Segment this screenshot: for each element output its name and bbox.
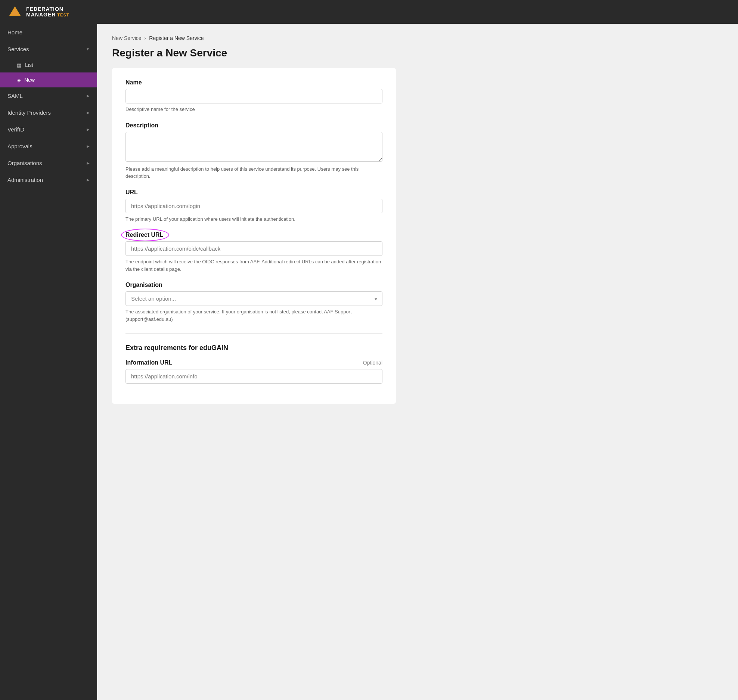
sidebar-item-verifid[interactable]: VerifID ▶: [0, 121, 97, 138]
main-layout: Home Services ▼ ▦ List ◈ New SAML ▶ Iden…: [0, 24, 738, 700]
services-label: Services: [7, 46, 29, 52]
main-content: New Service › Register a New Service Reg…: [97, 24, 738, 700]
info-url-label: Information URL: [125, 359, 172, 366]
logo-text: FEDERATION MANAGER TEST: [26, 6, 69, 18]
app-header: FEDERATION MANAGER TEST: [0, 0, 738, 24]
services-list-label: List: [25, 62, 33, 68]
redirect-url-label: Redirect URL: [125, 232, 163, 238]
organisations-chevron-icon: ▶: [87, 161, 90, 165]
services-chevron-icon: ▼: [86, 47, 90, 51]
logo-manager: MANAGER: [26, 12, 56, 18]
url-hint: The primary URL of your application wher…: [125, 216, 382, 223]
description-group: Description Please add a meaningful desc…: [125, 122, 382, 180]
breadcrumb-separator: ›: [145, 35, 146, 41]
new-icon: ◈: [17, 77, 21, 83]
sidebar-item-saml[interactable]: SAML ▶: [0, 87, 97, 104]
name-hint: Descriptive name for the service: [125, 106, 382, 113]
breadcrumb-parent: New Service: [112, 35, 142, 41]
logo: FEDERATION MANAGER TEST: [7, 4, 69, 19]
sidebar-item-home[interactable]: Home: [0, 24, 97, 41]
sidebar-item-administration[interactable]: Administration ▶: [0, 171, 97, 188]
description-label: Description: [125, 122, 382, 129]
info-url-group: Information URL Optional: [125, 359, 382, 384]
verifid-label: VerifID: [7, 126, 24, 133]
sidebar-sub-item-new[interactable]: ◈ New: [0, 72, 97, 87]
breadcrumb-current: Register a New Service: [149, 35, 204, 41]
sidebar-item-approvals[interactable]: Approvals ▶: [0, 138, 97, 155]
services-new-label: New: [24, 77, 35, 83]
organisation-hint: The associated organisation of your serv…: [125, 308, 382, 323]
sidebar-item-services[interactable]: Services ▼: [0, 41, 97, 58]
administration-chevron-icon: ▶: [87, 178, 90, 182]
form-divider: [125, 333, 382, 334]
redirect-url-group: Redirect URL The endpoint which will rec…: [125, 232, 382, 273]
list-icon: ▦: [17, 62, 21, 68]
identity-providers-chevron-icon: ▶: [87, 111, 90, 115]
url-label: URL: [125, 189, 382, 196]
name-label: Name: [125, 79, 382, 86]
url-input[interactable]: [125, 199, 382, 213]
url-group: URL The primary URL of your application …: [125, 189, 382, 223]
saml-chevron-icon: ▶: [87, 94, 90, 98]
info-url-input[interactable]: [125, 369, 382, 384]
breadcrumb: New Service › Register a New Service: [112, 35, 723, 41]
organisation-select-wrapper: Select an option... ▾: [125, 291, 382, 306]
sidebar-item-organisations[interactable]: Organisations ▶: [0, 155, 97, 171]
redirect-url-hint: The endpoint which will receive the OIDC…: [125, 258, 382, 273]
identity-providers-label: Identity Providers: [7, 109, 51, 116]
name-group: Name Descriptive name for the service: [125, 79, 382, 113]
home-label: Home: [7, 29, 22, 35]
info-url-optional: Optional: [363, 360, 382, 366]
verifid-chevron-icon: ▶: [87, 127, 90, 131]
approvals-label: Approvals: [7, 143, 32, 149]
page-title: Register a New Service: [112, 47, 723, 59]
redirect-url-input[interactable]: [125, 241, 382, 256]
register-form-card: Name Descriptive name for the service De…: [112, 68, 396, 404]
description-textarea[interactable]: [125, 132, 382, 162]
name-input[interactable]: [125, 89, 382, 103]
description-hint: Please add a meaningful description to h…: [125, 165, 382, 180]
saml-label: SAML: [7, 93, 23, 99]
organisation-group: Organisation Select an option... ▾ The a…: [125, 282, 382, 323]
approvals-chevron-icon: ▶: [87, 144, 90, 148]
organisation-label: Organisation: [125, 282, 382, 288]
edugain-section-title: Extra requirements for eduGAIN: [125, 344, 382, 352]
organisation-select[interactable]: Select an option...: [125, 291, 382, 306]
administration-label: Administration: [7, 177, 43, 183]
logo-title: FEDERATION: [26, 6, 69, 12]
sidebar-sub-item-list[interactable]: ▦ List: [0, 58, 97, 72]
sidebar: Home Services ▼ ▦ List ◈ New SAML ▶ Iden…: [0, 24, 97, 700]
sidebar-item-identity-providers[interactable]: Identity Providers ▶: [0, 104, 97, 121]
organisations-label: Organisations: [7, 160, 42, 166]
logo-test-badge: TEST: [57, 13, 69, 17]
info-url-label-row: Information URL Optional: [125, 359, 382, 366]
logo-icon: [7, 4, 22, 19]
redirect-url-label-wrapper: Redirect URL: [125, 232, 163, 238]
